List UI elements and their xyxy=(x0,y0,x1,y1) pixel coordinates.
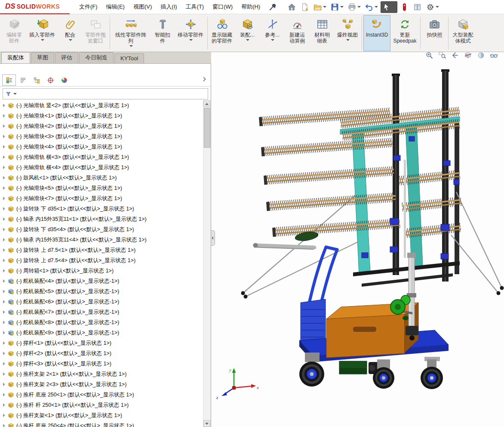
new-document-button[interactable] xyxy=(299,2,310,12)
featuremanager-tab[interactable] xyxy=(2,74,16,86)
assembly-3d-model[interactable]: x y z xyxy=(211,52,504,427)
scroll-down-button[interactable] xyxy=(203,420,210,427)
mate-button[interactable]: 配合 xyxy=(58,15,83,51)
tab-1[interactable]: 草图 xyxy=(31,52,54,63)
tab-2[interactable]: 评估 xyxy=(55,52,78,63)
dropdown-arrow-icon[interactable] xyxy=(340,6,344,8)
tree-item[interactable]: (-) 轴承 内15外35宽11<4> (默认<<默认>_显示状态 1>) xyxy=(0,235,203,245)
tree-item[interactable]: (-) 鼓风机<1> (默认<<默认>_显示状态 1>) xyxy=(0,173,203,183)
dropdown-arrow-icon[interactable] xyxy=(323,6,326,8)
menu-item-6[interactable]: 帮助(H) xyxy=(237,0,264,14)
tree-item[interactable]: (-) 光轴滑轨 竖<2> (默认<<默认>_显示状态 1>) xyxy=(0,100,203,111)
tree-item[interactable]: (-) 舵机装配<7> (默认<默认>_显示状态-1>) xyxy=(0,307,203,317)
undo-button[interactable] xyxy=(363,2,379,12)
expand-arrow-icon[interactable] xyxy=(3,197,5,200)
expand-arrow-icon[interactable] xyxy=(3,135,5,138)
expand-arrow-icon[interactable] xyxy=(3,248,5,252)
linear-pattern-button[interactable]: 线性零部件阵列 xyxy=(111,15,150,51)
expand-arrow-icon[interactable] xyxy=(3,259,5,262)
tree-item[interactable]: (-) 舵机装配<6> (默认<默认>_显示状态-1>) xyxy=(0,297,203,307)
expand-arrow-icon[interactable] xyxy=(3,176,5,179)
open-folder-button[interactable] xyxy=(312,2,328,12)
dropdown-arrow-icon[interactable] xyxy=(357,6,361,8)
tree-item[interactable]: (-) 推杆支架 2<1> (默认<<默认>_显示状态 1>) xyxy=(0,369,203,379)
tree-item[interactable]: (-) 舵机装配<4> (默认<默认>_显示状态-1>) xyxy=(0,276,203,286)
dimxpert-tab[interactable] xyxy=(43,74,57,86)
expand-arrow-icon[interactable] xyxy=(3,207,5,210)
tree-item[interactable]: (-) 推杆支架 2<3> (默认<<默认>_显示状态 1>) xyxy=(0,379,203,390)
expand-arrow-icon[interactable] xyxy=(3,290,5,293)
scrollbar-thumb[interactable] xyxy=(204,108,210,148)
expand-arrow-icon[interactable] xyxy=(3,321,5,324)
snapshot-button[interactable]: 拍快照 xyxy=(422,15,447,51)
menu-item-5[interactable]: 窗口(W) xyxy=(208,0,237,14)
dropdown-arrow-icon[interactable] xyxy=(375,6,378,8)
expand-arrow-icon[interactable] xyxy=(3,352,5,355)
tree-item[interactable]: (-) 光轴滑轨 横<4> (默认<<默认>_显示状态 1>) xyxy=(0,162,203,173)
component-preview-button[interactable]: 零部件预 览窗口 xyxy=(83,15,108,51)
tree-item[interactable]: (-) 光轴滑块<3> (默认<<默认>_显示状态 1>) xyxy=(0,131,203,142)
tree-item[interactable]: (-) 撑杆<3> (默认<<默认>_显示状态 1>) xyxy=(0,359,203,369)
expand-arrow-icon[interactable] xyxy=(3,279,5,283)
tree-item[interactable]: (-) 舵机装配<9> (默认<默认>_显示状态-1>) xyxy=(0,328,203,338)
property-manager-tab[interactable] xyxy=(16,74,30,86)
menu-item-2[interactable]: 视图(V) xyxy=(129,0,156,14)
home-button[interactable] xyxy=(286,2,298,12)
tab-3[interactable]: 今日制造 xyxy=(79,52,114,63)
dropdown-arrow-icon[interactable] xyxy=(41,39,44,41)
reference-geometry-button[interactable]: 参考... xyxy=(260,15,285,51)
smart-fasteners-button[interactable]: 智能扣 件 xyxy=(150,15,175,51)
expand-arrow-icon[interactable] xyxy=(3,424,5,427)
expand-arrow-icon[interactable] xyxy=(3,393,5,396)
expand-arrow-icon[interactable] xyxy=(3,104,5,107)
dropdown-arrow-icon[interactable] xyxy=(346,39,350,41)
tree-item[interactable]: (-) 光轴滑轨 横<3> (默认<<默认>_显示状态 1>) xyxy=(0,152,203,162)
tree-item[interactable]: (-) 光轴滑块<7> (默认<<默认>_显示状态 1>) xyxy=(0,193,203,204)
exploded-view-button[interactable]: 爆炸视图 xyxy=(335,15,360,51)
expand-arrow-icon[interactable] xyxy=(3,228,5,231)
save-button[interactable] xyxy=(329,2,345,12)
tree-item[interactable]: (-) 撑杆<2> (默认<<默认>_显示状态 1>) xyxy=(0,348,203,359)
tree-item[interactable]: (-) 推杆支架<1> (默认<<默认>_显示状态 1>) xyxy=(0,410,203,421)
dropdown-arrow-icon[interactable] xyxy=(189,39,193,41)
dropdown-arrow-icon[interactable] xyxy=(129,45,133,47)
dropdown-arrow-icon[interactable] xyxy=(392,6,396,8)
motion-study-button[interactable]: 新建运 动算例 xyxy=(285,15,310,51)
panel-expand-button[interactable] xyxy=(201,76,209,84)
menu-item-4[interactable]: 工具(T) xyxy=(181,0,209,14)
tree-item[interactable]: (-) 光轴滑块<2> (默认<<默认>_显示状态 1>) xyxy=(0,121,203,131)
expand-arrow-icon[interactable] xyxy=(3,155,5,159)
expand-arrow-icon[interactable] xyxy=(3,114,5,118)
tree-item[interactable]: (-) 光轴滑块<4> (默认<<默认>_显示状态 1>) xyxy=(0,142,203,152)
expand-arrow-icon[interactable] xyxy=(3,217,5,221)
update-speedpak-button[interactable]: 更新 Speedpak xyxy=(390,15,419,51)
expand-arrow-icon[interactable] xyxy=(3,300,5,303)
instant3d-button[interactable]: Instant3D xyxy=(363,15,390,51)
tree-item[interactable]: (-) 舵机装配<5> (默认<默认>_显示状态-1>) xyxy=(0,286,203,297)
expand-arrow-icon[interactable] xyxy=(3,372,5,376)
expand-arrow-icon[interactable] xyxy=(3,145,5,149)
menu-item-3[interactable]: 插入(I) xyxy=(156,0,181,14)
expand-arrow-icon[interactable] xyxy=(3,414,5,417)
menu-item-0[interactable]: 文件(F) xyxy=(75,0,102,14)
select-cursor-button[interactable] xyxy=(381,1,397,13)
settings-gear-button[interactable] xyxy=(424,2,440,12)
pin-button[interactable] xyxy=(267,2,279,12)
tree-item[interactable]: (-) 轴承 内15外35宽11<1> (默认<<默认>_显示状态 1>) xyxy=(0,214,203,224)
expand-arrow-icon[interactable] xyxy=(3,341,5,345)
panel-collapse-handle[interactable] xyxy=(211,230,215,246)
dropdown-arrow-icon[interactable] xyxy=(13,93,17,95)
insert-component-button[interactable]: 插入零部件 xyxy=(27,15,58,51)
tree-item[interactable]: (-) 旋转块 下 d35<1> (默认<<默认>_显示状态 1>) xyxy=(0,204,203,214)
large-assembly-mode-button[interactable]: 大型装配 体模式 xyxy=(450,15,476,51)
tree-item[interactable]: (-) 舵机装配<8> (默认<默认>_显示状态-1>) xyxy=(0,317,203,328)
tree-item[interactable]: (-) 推杆 底座 250<1> (默认<<默认>_显示状态 1>) xyxy=(0,390,203,400)
expand-arrow-icon[interactable] xyxy=(3,403,5,407)
expand-arrow-icon[interactable] xyxy=(3,124,5,128)
tree-item[interactable]: (-) 旋转块 上 d7.5<4> (默认<<默认>_显示状态 1>) xyxy=(0,255,203,266)
menu-item-1[interactable]: 编辑(E) xyxy=(102,0,129,14)
expand-arrow-icon[interactable] xyxy=(3,362,5,365)
tab-0[interactable]: 装配体 xyxy=(1,52,30,63)
tree-item[interactable]: (-) 撑杆<1> (默认<<默认>_显示状态 1>) xyxy=(0,338,203,348)
selection-toggle-red-button[interactable] xyxy=(399,2,410,12)
